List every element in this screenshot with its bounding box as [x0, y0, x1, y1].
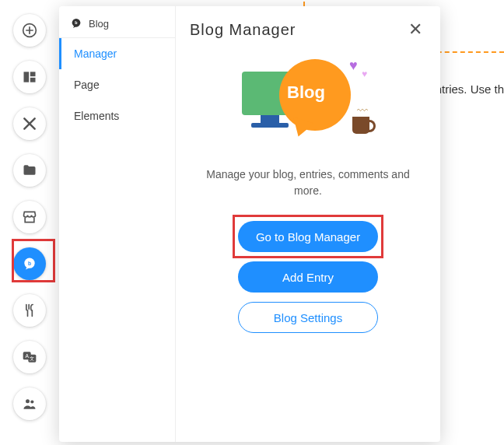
svg-point-11 — [30, 400, 33, 403]
svg-rect-2 — [30, 72, 36, 76]
heart-icon: ♥ — [362, 68, 367, 79]
store-icon — [22, 209, 37, 225]
files-button[interactable] — [13, 154, 46, 187]
crossed-tools-icon — [22, 116, 37, 131]
heart-icon: ♥ — [349, 58, 358, 74]
blog-panel: b Blog Manager Page Elements Blog Manage… — [59, 6, 440, 442]
nav-item-page[interactable]: Page — [59, 69, 175, 100]
button-stack: Go to Blog Manager Add Entry Blog Settin… — [190, 221, 426, 333]
add-button[interactable] — [13, 14, 46, 47]
svg-text:文: 文 — [30, 356, 34, 361]
background-text-peek: ntries. Use th — [436, 82, 504, 96]
store-button[interactable] — [13, 201, 46, 233]
svg-rect-1 — [24, 72, 30, 82]
close-button[interactable]: ✕ — [404, 19, 426, 40]
panel-nav: Manager Page Elements — [59, 37, 175, 131]
close-icon: ✕ — [408, 19, 422, 39]
mug-icon — [352, 117, 369, 134]
speech-bubble-icon: b — [22, 256, 37, 272]
members-button[interactable] — [13, 387, 46, 420]
speech-bubble-icon: b — [70, 17, 82, 30]
panel-main: Blog Manager ✕ Blog ♥ ♥ 〰 Manage your bl… — [176, 6, 440, 442]
blog-illustration: Blog ♥ ♥ 〰 — [242, 58, 374, 151]
nav-item-elements[interactable]: Elements — [59, 100, 175, 131]
blog-settings-button[interactable]: Blog Settings — [238, 302, 378, 333]
restaurant-button[interactable] — [13, 294, 46, 327]
folder-icon — [22, 163, 37, 178]
svg-text:b: b — [28, 261, 31, 266]
illustration-label: Blog — [287, 82, 325, 103]
panel-title: Blog Manager — [190, 21, 296, 39]
go-to-blog-manager-button[interactable]: Go to Blog Manager — [238, 221, 378, 252]
translate-button[interactable]: A文 — [13, 341, 46, 373]
panel-side-title: Blog — [89, 18, 109, 30]
svg-rect-3 — [30, 78, 36, 82]
tool-rail: b A文 — [0, 0, 59, 445]
plus-icon — [22, 23, 37, 38]
steam-icon: 〰 — [357, 104, 368, 117]
layout-icon — [22, 69, 37, 85]
panel-description: Manage your blog, entries, comments and … — [199, 166, 417, 199]
svg-point-10 — [26, 399, 30, 403]
design-button[interactable] — [13, 107, 46, 140]
nav-item-manager[interactable]: Manager — [59, 38, 175, 69]
panel-sidebar: b Blog Manager Page Elements — [59, 6, 176, 442]
blog-button[interactable]: b — [13, 247, 46, 280]
svg-text:A: A — [25, 353, 29, 359]
utensils-icon — [22, 303, 37, 318]
panel-side-header: b Blog — [59, 6, 175, 37]
people-icon — [22, 396, 37, 412]
layout-button[interactable] — [13, 61, 46, 93]
translate-icon: A文 — [22, 349, 37, 365]
add-entry-button[interactable]: Add Entry — [238, 261, 378, 293]
